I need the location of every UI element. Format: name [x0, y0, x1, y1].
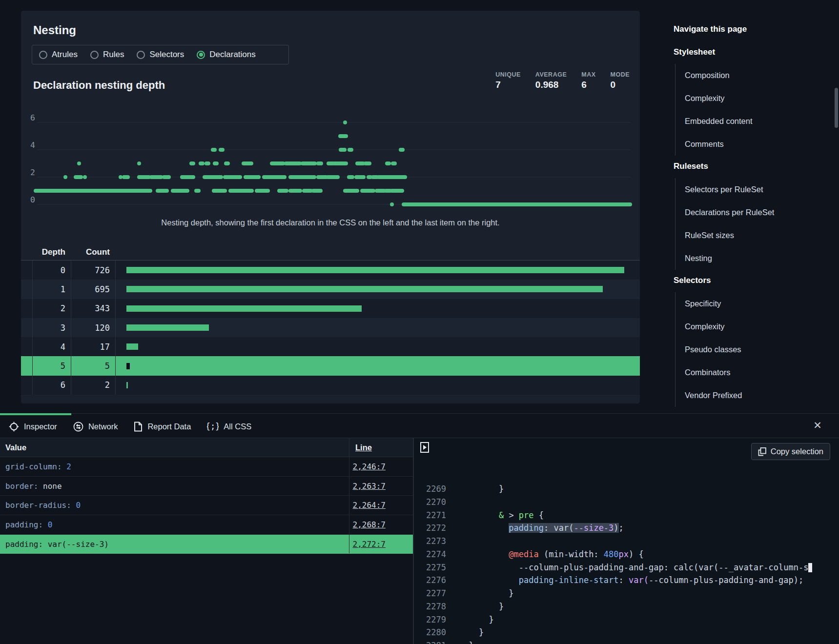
stat-label: UNIQUE [495, 71, 521, 78]
toc-item-embedded-content[interactable]: Embedded content [685, 110, 835, 133]
toc-item-selectors-per-ruleset[interactable]: Selectors per RuleSet [685, 178, 835, 201]
copy-selection-label: Copy selection [771, 447, 823, 456]
stat-mode: MODE0 [611, 71, 630, 90]
code-line: 2281 } [414, 639, 839, 644]
depth-cell: 2 [32, 299, 71, 318]
chart-heading: Declaration nesting depth [33, 79, 165, 92]
depth-table-row[interactable]: 417 [21, 337, 640, 356]
depth-table-row[interactable]: 0726 [21, 261, 640, 280]
tab-network[interactable]: Network [73, 422, 118, 432]
copy-selection-button[interactable]: Copy selection [751, 443, 830, 460]
count-cell: 2 [71, 376, 115, 395]
close-icon: ✕ [813, 420, 822, 431]
svg-text:4: 4 [30, 141, 35, 150]
count-cell: 5 [71, 356, 115, 375]
toc-item-comments[interactable]: Comments [685, 133, 835, 156]
line-number: 2272 [414, 522, 446, 535]
close-panel-button[interactable]: ✕ [812, 420, 823, 431]
count-bar-cell [115, 337, 640, 356]
count-bar [126, 286, 603, 292]
depth-table-body: 07261695234331204175562 [21, 261, 640, 395]
code-line: 2278 } [414, 600, 839, 613]
radio-selectors[interactable]: Selectors [137, 50, 184, 60]
count-bar [126, 305, 362, 312]
count-bar-cell [115, 299, 640, 318]
count-bar-cell [115, 376, 640, 395]
line-number: 2270 [414, 496, 446, 509]
line-link[interactable]: 2,246:7 [353, 462, 386, 471]
line-column-header: Line [349, 438, 413, 457]
toc-item-specificity[interactable]: Specificity [685, 292, 835, 315]
chart-caption: Nesting depth, showing the first declara… [21, 218, 640, 227]
value-row[interactable]: padding: var(--size-3)2,272:7 [0, 535, 413, 554]
line-sort-link[interactable]: Line [355, 443, 372, 452]
toc-item-pseudo-classes[interactable]: Pseudo classes [685, 338, 835, 361]
value-row[interactable]: border-radius: 02,264:7 [0, 496, 413, 515]
panel-tabbar: InspectorNetworkReport Data{;}All CSS [0, 415, 251, 438]
tab-inspector[interactable]: Inspector [9, 422, 57, 432]
stat-average: AVERAGE0.968 [535, 71, 567, 90]
toc-heading-selectors: Selectors [674, 276, 835, 285]
inspector-value-pane: Value Line grid-column: 22,246:7border: … [0, 438, 413, 644]
line-number: 2278 [414, 600, 446, 613]
expand-pane-button[interactable] [420, 442, 429, 453]
code-line: 2272 padding: var(--size-3); [414, 522, 839, 535]
declaration-text: border: none [0, 482, 349, 491]
radio-declarations[interactable]: Declarations [197, 50, 256, 60]
value-row[interactable]: padding: 02,268:7 [0, 515, 413, 535]
nesting-scatter-plot: 6420 [21, 112, 640, 235]
depth-table-row[interactable]: 2343 [21, 299, 640, 318]
toc-item-vendor-prefixed[interactable]: Vendor Prefixed [685, 384, 835, 407]
line-link[interactable]: 2,263:7 [353, 482, 386, 491]
toc-item-complexity[interactable]: Complexity [685, 87, 835, 110]
code-line: 2273 [414, 535, 839, 548]
toc-item-nesting[interactable]: Nesting [685, 247, 835, 270]
count-bar [126, 324, 209, 331]
count-bar-cell [115, 280, 640, 299]
declaration-text: padding: var(--size-3) [0, 540, 349, 549]
stat-label: MAX [581, 71, 595, 78]
svg-text:{;}: {;} [207, 422, 219, 431]
depth-table-row[interactable]: 62 [21, 376, 640, 395]
toc-sections: StylesheetCompositionComplexityEmbedded … [674, 47, 835, 407]
depth-table-row[interactable]: 3120 [21, 318, 640, 337]
toc-item-complexity[interactable]: Complexity [685, 315, 835, 338]
line-link[interactable]: 2,264:7 [353, 501, 386, 510]
toc-item-declarations-per-ruleset[interactable]: Declarations per RuleSet [685, 201, 835, 224]
page-title: Nesting [33, 23, 76, 37]
css-code-pane: Copy selection 2269 }22702271 & > pre {2… [414, 438, 839, 644]
value-row[interactable]: border: none2,263:7 [0, 477, 413, 496]
value-table-header: Value Line [0, 438, 413, 457]
radio-circle-icon [197, 51, 205, 59]
value-column-header: Value [0, 443, 349, 452]
toc-heading-stylesheet: Stylesheet [674, 47, 835, 57]
radio-atrules[interactable]: Atrules [39, 50, 78, 60]
line-number: 2273 [414, 535, 446, 548]
toc-item-composition[interactable]: Composition [685, 64, 835, 87]
code-line: 2279 } [414, 613, 839, 626]
value-row[interactable]: grid-column: 22,246:7 [0, 457, 413, 477]
depth-column-header: Depth [32, 247, 71, 257]
count-bar-cell [115, 356, 640, 375]
text-cursor [808, 563, 812, 572]
svg-text:0: 0 [30, 195, 35, 204]
count-cell: 17 [71, 337, 115, 356]
radio-rules[interactable]: Rules [90, 50, 124, 60]
toc-item-ruleset-sizes[interactable]: RuleSet sizes [685, 224, 835, 247]
stat-value: 0 [611, 80, 630, 90]
depth-table-row[interactable]: 1695 [21, 280, 640, 299]
count-cell: 726 [71, 261, 115, 280]
depth-table-row[interactable]: 55 [21, 356, 640, 375]
line-link[interactable]: 2,268:7 [353, 520, 386, 529]
line-link[interactable]: 2,272:7 [353, 540, 386, 549]
tab-all-css[interactable]: {;}All CSS [207, 422, 251, 432]
copy-icon [758, 447, 766, 456]
tab-report-data[interactable]: Report Data [134, 422, 191, 432]
svg-text:6: 6 [30, 113, 35, 122]
toc-item-combinators[interactable]: Combinators [685, 361, 835, 384]
stats-row: UNIQUE7AVERAGE0.968MAX6MODE0 [495, 71, 630, 90]
page-scrollbar-thumb[interactable] [835, 88, 838, 128]
stat-label: AVERAGE [535, 71, 567, 78]
line-cell: 2,268:7 [349, 515, 413, 534]
line-number: 2271 [414, 509, 446, 522]
